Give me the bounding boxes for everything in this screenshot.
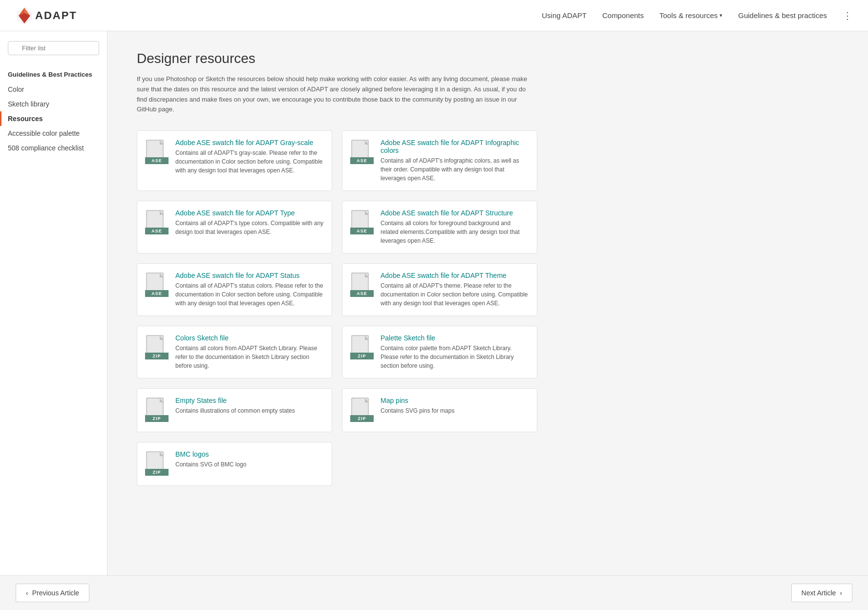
file-type-badge: ASE xyxy=(350,228,374,234)
resource-title: Empty States file xyxy=(175,397,324,404)
resource-card[interactable]: ASE Adobe ASE swatch file for ADAPT Info… xyxy=(342,130,537,191)
filter-wrap: 🔍 xyxy=(0,41,107,63)
resource-info: Adobe ASE swatch file for ADAPT Theme Co… xyxy=(381,272,529,308)
resource-card[interactable]: ZIP BMC logos Contains SVG of BMC logo xyxy=(137,442,332,486)
file-icon-wrap: ASE xyxy=(145,272,169,299)
chevron-down-icon: ▾ xyxy=(720,12,722,19)
file-type-badge: ASE xyxy=(145,290,169,297)
resource-card[interactable]: ASE Adobe ASE swatch file for ADAPT Them… xyxy=(342,263,537,316)
resource-title: Colors Sketch file xyxy=(175,334,324,342)
resource-info: Adobe ASE swatch file for ADAPT Gray-sca… xyxy=(175,139,324,175)
resource-card[interactable]: ASE Adobe ASE swatch file for ADAPT Stru… xyxy=(342,201,537,253)
resource-title: Adobe ASE swatch file for ADAPT Gray-sca… xyxy=(175,139,324,147)
page-description: If you use Photoshop or Sketch the resou… xyxy=(137,74,537,115)
resource-description: Contains SVG pins for maps xyxy=(381,406,529,415)
sidebar-item-sketch-library[interactable]: Sketch library xyxy=(0,97,107,111)
resource-description: Contains SVG of BMC logo xyxy=(175,460,324,469)
resource-info: Adobe ASE swatch file for ADAPT Status C… xyxy=(175,272,324,308)
sidebar-section-title: Guidelines & Best Practices xyxy=(0,67,107,82)
resource-card[interactable]: ZIP Map pins Contains SVG pins for maps xyxy=(342,388,537,432)
sidebar-item-accessible-color[interactable]: Accessible color palette xyxy=(0,126,107,141)
file-icon-wrap: ASE xyxy=(145,209,169,236)
file-type-badge: ZIP xyxy=(145,415,169,422)
resource-info: Colors Sketch file Contains all colors f… xyxy=(175,334,324,370)
page-title: Designer resources xyxy=(137,51,839,66)
file-type-badge: ASE xyxy=(145,228,169,234)
resource-title: Adobe ASE swatch file for ADAPT Theme xyxy=(381,272,529,279)
resource-info: Empty States file Contains illustrations… xyxy=(175,397,324,415)
resource-info: Adobe ASE swatch file for ADAPT Structur… xyxy=(381,209,529,245)
file-icon-wrap: ZIP xyxy=(350,334,374,361)
file-icon-wrap: ZIP xyxy=(145,397,169,424)
resource-card[interactable]: ASE Adobe ASE swatch file for ADAPT Gray… xyxy=(137,130,332,191)
file-icon-wrap: ZIP xyxy=(145,334,169,361)
nav-guidelines[interactable]: Guidelines & best practices xyxy=(738,11,827,20)
file-icon-wrap: ASE xyxy=(145,139,169,166)
file-type-badge: ZIP xyxy=(350,415,374,422)
resource-description: Contains all colors from ADAPT Sketch Li… xyxy=(175,344,324,370)
sidebar-item-resources[interactable]: Resources xyxy=(0,111,107,126)
file-icon-wrap: ZIP xyxy=(145,450,169,478)
resource-title: Map pins xyxy=(381,397,529,404)
resource-info: Adobe ASE swatch file for ADAPT Type Con… xyxy=(175,209,324,236)
sidebar: 🔍 Guidelines & Best Practices Color Sket… xyxy=(0,31,107,610)
resource-title: BMC logos xyxy=(175,450,324,458)
resource-info: Palette Sketch file Contains color palet… xyxy=(381,334,529,370)
file-type-badge: ZIP xyxy=(145,469,169,476)
file-type-badge: ASE xyxy=(350,290,374,297)
sidebar-item-508[interactable]: 508 compliance checklist xyxy=(0,141,107,155)
logo-text: ADAPT xyxy=(35,9,77,22)
resource-description: Contains all of ADAPT's type colors. Com… xyxy=(175,219,324,236)
file-type-badge: ZIP xyxy=(350,353,374,359)
resource-card[interactable]: ZIP Empty States file Contains illustrat… xyxy=(137,388,332,432)
header: ADAPT Using ADAPT Components Tools & res… xyxy=(0,0,868,31)
sidebar-item-color[interactable]: Color xyxy=(0,82,107,97)
resource-title: Adobe ASE swatch file for ADAPT Type xyxy=(175,209,324,217)
filter-input-wrap: 🔍 xyxy=(8,41,99,55)
file-icon-wrap: ASE xyxy=(350,272,374,299)
nav-using-adapt[interactable]: Using ADAPT xyxy=(542,11,587,20)
prev-article-button[interactable]: ‹ Previous Article xyxy=(16,584,89,602)
main-nav: Using ADAPT Components Tools & resources… xyxy=(542,10,852,21)
file-icon-wrap: ASE xyxy=(350,139,374,166)
resource-description: Contains all of ADAPT's theme. Please re… xyxy=(381,281,529,308)
file-icon-wrap: ASE xyxy=(350,209,374,236)
resource-card[interactable]: ZIP Colors Sketch file Contains all colo… xyxy=(137,326,332,379)
file-type-badge: ZIP xyxy=(145,353,169,359)
resource-title: Adobe ASE swatch file for ADAPT Infograp… xyxy=(381,139,529,154)
filter-input[interactable] xyxy=(8,41,99,55)
resource-description: Contains all colors for foreground backg… xyxy=(381,219,529,245)
resource-title: Palette Sketch file xyxy=(381,334,529,342)
more-options-icon[interactable]: ⋮ xyxy=(843,10,852,21)
resource-description: Contains all of ADAPT's infographic colo… xyxy=(381,156,529,183)
resource-card[interactable]: ZIP Palette Sketch file Contains color p… xyxy=(342,326,537,379)
layout: 🔍 Guidelines & Best Practices Color Sket… xyxy=(0,31,868,610)
resource-card[interactable]: ASE Adobe ASE swatch file for ADAPT Type… xyxy=(137,201,332,253)
resource-title: Adobe ASE swatch file for ADAPT Status xyxy=(175,272,324,279)
next-article-button[interactable]: Next Article › xyxy=(791,584,852,602)
logo-icon xyxy=(16,6,33,25)
resource-card[interactable]: ASE Adobe ASE swatch file for ADAPT Stat… xyxy=(137,263,332,316)
logo[interactable]: ADAPT xyxy=(16,6,77,25)
nav-components[interactable]: Components xyxy=(602,11,644,20)
resource-info: Adobe ASE swatch file for ADAPT Infograp… xyxy=(381,139,529,183)
footer-nav: ‹ Previous Article Next Article › xyxy=(0,575,868,610)
file-type-badge: ASE xyxy=(145,157,169,164)
nav-tools-resources[interactable]: Tools & resources ▾ xyxy=(659,11,722,20)
resource-description: Contains all of ADAPT's gray-scale. Plea… xyxy=(175,148,324,175)
resource-description: Contains color palette from ADAPT Sketch… xyxy=(381,344,529,370)
resource-title: Adobe ASE swatch file for ADAPT Structur… xyxy=(381,209,529,217)
file-type-badge: ASE xyxy=(350,157,374,164)
chevron-right-icon: › xyxy=(840,589,842,597)
resource-grid: ASE Adobe ASE swatch file for ADAPT Gray… xyxy=(137,130,537,486)
resource-info: Map pins Contains SVG pins for maps xyxy=(381,397,529,415)
file-icon-wrap: ZIP xyxy=(350,397,374,424)
resource-description: Contains all of ADAPT's status colors. P… xyxy=(175,281,324,308)
resource-description: Contains illustrations of common empty s… xyxy=(175,406,324,415)
chevron-left-icon: ‹ xyxy=(26,589,28,597)
main-content: Designer resources If you use Photoshop … xyxy=(107,31,868,610)
resource-info: BMC logos Contains SVG of BMC logo xyxy=(175,450,324,469)
